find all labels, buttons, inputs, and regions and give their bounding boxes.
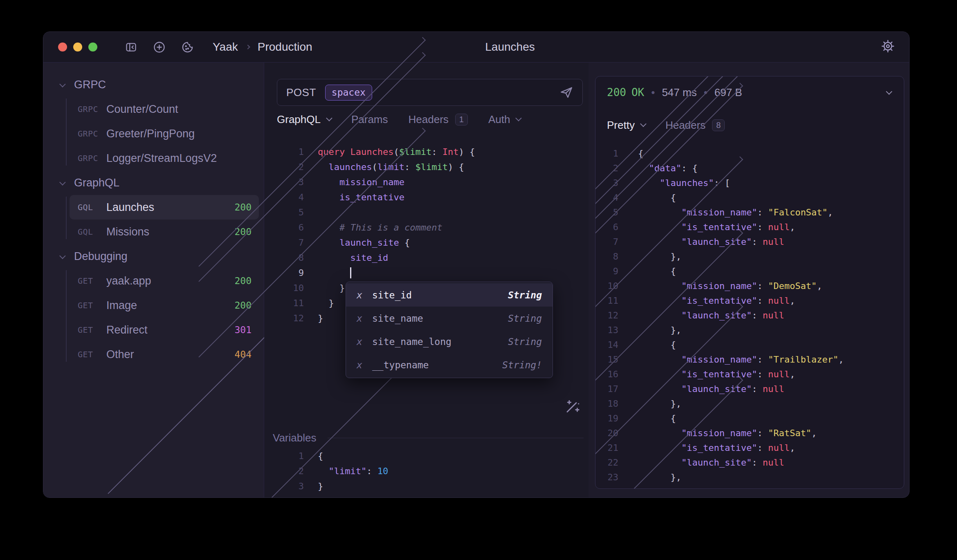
code-text: mission_name: [318, 177, 404, 187]
titlebar: Yaak Production Launches: [43, 32, 909, 63]
sidebar-item-image[interactable]: GETImage200: [70, 293, 259, 318]
status-badge: 200OK: [607, 86, 644, 99]
code-line: 19 {: [595, 411, 904, 426]
chevron-down-icon: [640, 121, 647, 127]
sidebar-item-yaak-app[interactable]: GETyaak.app200: [70, 269, 259, 293]
code-text: "is_tentative": null,: [638, 369, 795, 379]
collapse-response-icon[interactable]: [885, 88, 892, 97]
fold-gutter[interactable]: [618, 151, 638, 156]
chevron-down-icon: [59, 81, 66, 87]
breadcrumb-workspace[interactable]: Production: [258, 40, 312, 54]
separator-dot: •: [651, 86, 655, 99]
sidebar-section-grpc[interactable]: GRPC: [43, 72, 264, 97]
code-text: "mission_name": "RatSat",: [638, 428, 817, 438]
code-text: {: [638, 413, 676, 423]
line-number: 7: [595, 237, 618, 247]
request-name: Missions: [106, 226, 149, 238]
field-kind-icon: x: [357, 360, 369, 370]
code-line: 1{: [277, 448, 388, 464]
request-name: Counter/Count: [106, 103, 178, 116]
line-number: 19: [595, 413, 618, 423]
code-text: "mission_name": "FalconSat",: [638, 207, 833, 217]
fold-gutter[interactable]: [618, 269, 638, 273]
tab-headers[interactable]: Headers1: [409, 113, 468, 126]
zoom-window-button[interactable]: [88, 43, 97, 52]
response-body-viewer[interactable]: 1{2 "data": {3 "launches": [4 {5 "missio…: [595, 146, 904, 489]
fold-gutter[interactable]: [618, 181, 638, 185]
line-number: 17: [595, 384, 618, 394]
fold-gutter[interactable]: [618, 343, 638, 347]
send-request-button[interactable]: [559, 85, 573, 99]
code-line: 5: [277, 205, 475, 220]
toggle-sidebar-icon[interactable]: [125, 41, 137, 54]
line-number: 1: [595, 148, 618, 159]
autocomplete-item-typename[interactable]: x__typenameString!: [346, 353, 553, 376]
method-tag: GQL: [78, 227, 101, 237]
code-line: 9: [277, 265, 475, 280]
code-line: 8 site_id: [277, 250, 475, 265]
line-number: 11: [277, 298, 304, 308]
line-number: 1: [277, 451, 304, 461]
minimize-window-button[interactable]: [73, 43, 82, 52]
sidebar-item-greeter-pingpong[interactable]: GRPCGreeter/PingPong: [70, 121, 259, 146]
fold-gutter[interactable]: [304, 454, 318, 458]
code-line: 1query Launches($limit: Int) {: [277, 144, 475, 159]
tab-graphql[interactable]: GraphQL: [277, 113, 331, 126]
completion-type: String!: [502, 360, 542, 370]
code-text: "limit": 10: [318, 466, 388, 476]
cookie-icon[interactable]: [181, 41, 194, 54]
code-text: {: [638, 266, 676, 276]
method-tag: GET: [78, 325, 101, 335]
line-number: 10: [277, 283, 304, 293]
sidebar-item-counter-count[interactable]: GRPCCounter/Count: [70, 97, 259, 121]
gear-icon[interactable]: [881, 39, 895, 55]
code-line: 3}: [277, 479, 388, 494]
code-line: 12 "launch_site": null: [595, 308, 904, 323]
sidebar-section-update-server[interactable]: Update Server: [43, 367, 264, 391]
request-pane: POST spacex GraphQLParamsHeaders1Auth 1q…: [264, 63, 589, 498]
response-tab-pretty[interactable]: Pretty: [607, 119, 645, 132]
completion-type: String: [508, 290, 542, 300]
variables-label: Variables: [273, 432, 316, 444]
fold-gutter[interactable]: [618, 416, 638, 421]
code-text: {: [638, 193, 676, 203]
code-text: {: [638, 340, 676, 350]
line-number: 22: [595, 457, 618, 468]
new-request-icon[interactable]: [153, 41, 166, 54]
divider: [328, 438, 584, 438]
field-kind-icon: x: [357, 336, 369, 347]
fold-gutter[interactable]: [304, 150, 318, 154]
sidebar-item-logger-streamlogsv2[interactable]: GRPCLogger/StreamLogsV2: [70, 146, 259, 170]
request-name: Image: [106, 299, 137, 312]
fold-gutter[interactable]: [618, 195, 638, 200]
sidebar-item-launches[interactable]: GQLLaunches200: [70, 195, 259, 220]
method-tag: GET: [78, 349, 101, 359]
fold-gutter[interactable]: [304, 165, 318, 169]
fold-gutter[interactable]: [618, 166, 638, 170]
format-wand-icon[interactable]: [562, 397, 582, 417]
sidebar: GRPCGRPCCounter/CountGRPCGreeter/PingPon…: [43, 63, 264, 498]
code-text: site_id: [318, 253, 388, 263]
tab-auth[interactable]: Auth: [488, 113, 521, 126]
code-line: 2 launches(limit: $limit) {: [277, 159, 475, 175]
chevron-down-icon: [59, 253, 66, 259]
autocomplete-item-site-name-long[interactable]: xsite_name_longString: [346, 330, 553, 353]
autocomplete-item-site-name[interactable]: xsite_nameString: [346, 307, 553, 330]
variables-editor[interactable]: 1{2 "limit": 103}: [277, 448, 388, 494]
close-window-button[interactable]: [58, 43, 67, 52]
url-bar[interactable]: POST spacex: [277, 79, 583, 106]
sidebar-item-other[interactable]: GETOther404: [70, 342, 259, 367]
code-text: "is_tentative": null,: [638, 296, 795, 306]
status-badge: 200: [234, 276, 252, 286]
line-number: 6: [277, 222, 304, 233]
autocomplete-popup: xsite_idStringxsite_nameStringxsite_name…: [346, 282, 553, 378]
code-line: 24 {: [595, 484, 904, 489]
sidebar-section-label: GraphQL: [74, 177, 119, 189]
fold-gutter[interactable]: [304, 240, 318, 245]
code-text: # This is a comment: [318, 222, 443, 233]
sidebar-section-graphql[interactable]: GraphQL: [43, 170, 264, 195]
breadcrumb-app[interactable]: Yaak: [213, 40, 238, 54]
autocomplete-item-site-id[interactable]: xsite_idString: [346, 283, 553, 307]
tree-indent-line: [66, 197, 67, 239]
sidebar-section-label: GRPC: [74, 78, 106, 91]
